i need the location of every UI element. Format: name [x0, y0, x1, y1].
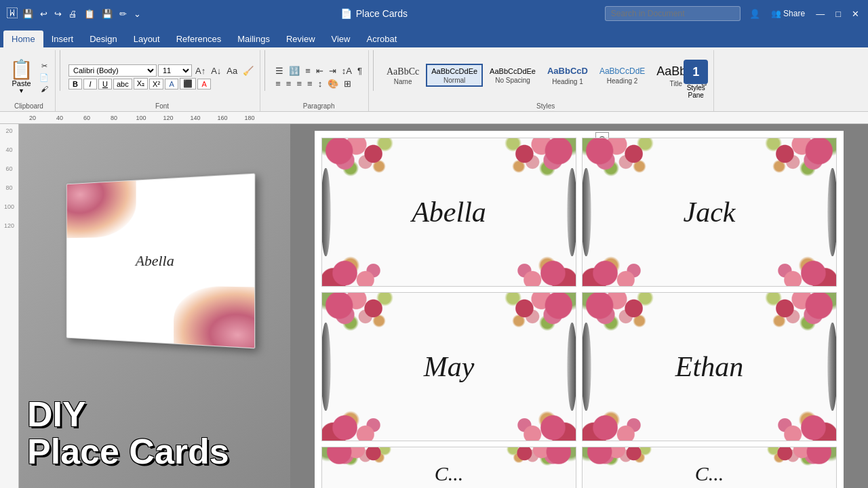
more-qat-button[interactable]: ⌄ — [132, 8, 143, 20]
vtick-60: 60 — [5, 165, 12, 172]
close-button[interactable]: ✕ — [850, 8, 861, 20]
decrease-font-button[interactable]: A↓ — [209, 65, 223, 77]
floral-br-2 — [722, 235, 836, 286]
divider-1 — [60, 50, 60, 91]
place-card-ethan[interactable]: Ethan — [582, 292, 837, 441]
place-card-5[interactable]: C... — [321, 447, 576, 488]
paste-button[interactable]: 📋 Paste ▼ — [7, 59, 36, 96]
increase-indent-button[interactable]: ⇥ — [327, 65, 338, 77]
show-hide-button[interactable]: ¶ — [355, 65, 364, 77]
maximize-button[interactable]: □ — [833, 8, 843, 20]
floral-tl-4 — [583, 293, 696, 355]
bullets-button[interactable]: ☰ — [273, 65, 285, 77]
tab-design[interactable]: Design — [81, 30, 125, 47]
tab-references[interactable]: References — [168, 30, 229, 47]
paragraph-label: Paragraph — [303, 102, 335, 111]
numbering-button[interactable]: 🔢 — [287, 65, 302, 77]
subscript-button[interactable]: X₂ — [134, 78, 148, 89]
para-row2: ≡ ≡ ≡ ≡ ↕ 🎨 ⊞ — [273, 78, 364, 89]
edit-button[interactable]: ✏ — [117, 8, 129, 20]
floral-bl-4 — [583, 389, 696, 441]
font-controls: Calibri (Body) 11 A↑ A↓ Aa 🧹 B I U abc X… — [68, 52, 256, 102]
floral-bl-3 — [322, 389, 436, 441]
title-bar: 🇼 💾 ↩ ↪ 🖨 📋 💾 ✏ ⌄ 📄 Place Cards 👤 👥 Shar… — [0, 0, 868, 27]
place-card-jack[interactable]: Jack — [582, 138, 837, 287]
sort-button[interactable]: ↕A — [340, 65, 354, 77]
share-button[interactable]: 👥 Share — [769, 8, 807, 19]
text-color-button[interactable]: A — [197, 79, 211, 89]
title-bar-right: 👤 👥 Share — □ ✕ — [605, 6, 861, 21]
tab-view[interactable]: View — [323, 30, 359, 47]
align-left-button[interactable]: ≡ — [273, 78, 283, 89]
line-spacing-button[interactable]: ↕ — [316, 78, 325, 89]
place-card-abella[interactable]: Abella — [321, 138, 576, 287]
copy-button[interactable]: 📋 — [82, 8, 97, 20]
cards-row-2: May Ethan — [321, 292, 837, 441]
ruler-tick-100: 100 — [127, 115, 155, 121]
copy-button2[interactable]: 📄 — [37, 73, 51, 83]
font-color-button[interactable]: A — [165, 79, 178, 89]
change-case-button[interactable]: Aa — [224, 65, 239, 77]
place-card-6[interactable]: C... — [582, 447, 837, 488]
italic-button[interactable]: I — [83, 79, 97, 89]
share-label: Share — [783, 9, 805, 18]
font-size-select[interactable]: 11 — [158, 64, 192, 77]
floral-br-1 — [462, 235, 576, 286]
styles-pane-button[interactable]: 1 — [684, 60, 708, 84]
font-family-select[interactable]: Calibri (Body) — [68, 64, 157, 77]
card-name-may: May — [424, 350, 475, 383]
shading-button[interactable]: 🎨 — [326, 78, 340, 89]
style-heading2[interactable]: AaBbCcDdE Heading 2 — [595, 64, 650, 87]
style-normal[interactable]: AaBbCcDdEe Normal — [426, 64, 483, 87]
align-right-button[interactable]: ≡ — [294, 78, 304, 89]
style-heading1[interactable]: AaBbCcD Heading 1 — [542, 63, 593, 87]
format-painter-button[interactable]: 🖌 — [37, 84, 51, 94]
cut-button[interactable]: ✂ — [37, 61, 51, 71]
justify-button[interactable]: ≡ — [305, 78, 315, 89]
styles-gallery: AaBbCc Name AaBbCcDdEe Normal AaBbCcDdEe… — [382, 61, 700, 89]
document-area[interactable]: ⊕ Abella — [290, 124, 868, 488]
underline-button[interactable]: U — [98, 79, 112, 89]
align-center-button[interactable]: ≡ — [284, 78, 294, 89]
tab-insert[interactable]: Insert — [43, 30, 82, 47]
increase-font-button[interactable]: A↑ — [193, 65, 208, 77]
floral-tr-6 — [722, 447, 836, 470]
vtick-20: 20 — [5, 127, 12, 134]
cards-row-1: Abella Jack — [321, 138, 837, 287]
user-account-button[interactable]: 👤 — [747, 8, 762, 20]
styles-pane-label: StylesPane — [687, 84, 705, 99]
multilevel-button[interactable]: ≡ — [303, 65, 313, 77]
style-no-spacing[interactable]: AaBbCcDdEe No Spacing — [485, 64, 540, 86]
undo-button[interactable]: ↩ — [38, 8, 50, 20]
borders-button[interactable]: ⊞ — [342, 78, 353, 89]
font-label: Font — [155, 102, 169, 111]
style-name[interactable]: AaBbCc Name — [382, 63, 424, 88]
ruler-tick-40: 40 — [46, 115, 73, 121]
save-button[interactable]: 💾 — [20, 8, 35, 20]
highlight-button[interactable]: ⬛ — [180, 78, 196, 89]
tab-acrobat[interactable]: Acrobat — [358, 30, 405, 47]
floral-tr-3 — [462, 293, 576, 355]
document-title: Place Cards — [356, 8, 408, 19]
tab-layout[interactable]: Layout — [125, 30, 168, 47]
vtick-40: 40 — [5, 146, 12, 153]
tab-home[interactable]: Home — [3, 30, 43, 47]
style-h2-preview: AaBbCcDdE — [599, 66, 645, 77]
strikethrough-button[interactable]: abc — [113, 79, 132, 89]
minimize-button[interactable]: — — [814, 8, 827, 20]
tab-review[interactable]: Review — [278, 30, 323, 47]
style-normal-preview: AaBbCcDdEe — [431, 66, 477, 77]
bold-button[interactable]: B — [68, 79, 82, 89]
redo-button[interactable]: ↪ — [52, 8, 64, 20]
place-card-may[interactable]: May — [321, 292, 576, 441]
superscript-button[interactable]: X² — [149, 79, 163, 89]
search-input[interactable] — [605, 6, 741, 21]
print-button[interactable]: 🖨 — [66, 8, 79, 20]
style-h2-label: Heading 2 — [607, 77, 638, 85]
decrease-indent-button[interactable]: ⇤ — [314, 65, 326, 77]
ribbon-group-paragraph: ☰ 🔢 ≡ ⇤ ⇥ ↕A ¶ ≡ ≡ ≡ ≡ ↕ 🎨 ⊞ Paragraph — [269, 50, 369, 111]
clear-format-button[interactable]: 🧹 — [241, 65, 256, 77]
tab-mailings[interactable]: Mailings — [229, 30, 278, 47]
save2-button[interactable]: 💾 — [100, 8, 115, 20]
ribbon-tabs: Home Insert Design Layout References Mai… — [0, 27, 868, 47]
